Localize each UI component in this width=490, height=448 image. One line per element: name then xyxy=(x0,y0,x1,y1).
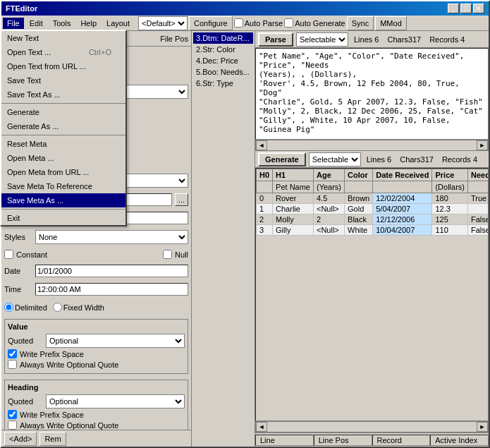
menu-item-save-text-as[interactable]: Save Text As ... xyxy=(1,87,125,102)
field-item-2[interactable]: 2.Str: Color xyxy=(193,44,253,55)
selectable2-select[interactable]: Selectable xyxy=(309,152,361,167)
cell-needs3: False xyxy=(468,225,489,236)
title-bar-buttons: _ □ ✕ xyxy=(448,4,484,13)
auto-parse-checkbox[interactable]: Auto Parse xyxy=(234,18,283,28)
grid-header-h1: H1 xyxy=(273,169,314,181)
delimited-group: Delimited Fixed Width xyxy=(4,303,188,312)
grid-header-row-1: Pet Name (Years) (Dollars) xyxy=(257,181,489,193)
grid-scroll-left[interactable]: ◄ xyxy=(256,422,267,432)
menu-edit[interactable]: Edit xyxy=(25,18,47,29)
menu-help[interactable]: Help xyxy=(76,18,101,29)
menu-layout[interactable]: Layout xyxy=(102,18,134,29)
fixed-width-radio[interactable]: Fixed Width xyxy=(53,303,104,312)
cell-color3: White xyxy=(345,225,373,236)
menu-item-reset-meta[interactable]: Reset Meta xyxy=(1,137,125,151)
selectable-select[interactable]: Selectable xyxy=(296,32,348,47)
menu-item-open-text[interactable]: Open Text ... Ctrl+O xyxy=(1,45,125,59)
time-input[interactable] xyxy=(35,283,188,296)
heading-write-prefix-checkbox[interactable] xyxy=(8,410,17,419)
hdgs-button[interactable]: ... xyxy=(175,193,188,206)
cell-row1: 1 xyxy=(257,204,273,214)
grid-subheader-needs xyxy=(468,181,489,193)
chars-stat: Chars317 xyxy=(384,35,424,44)
cell-name1: Charlie xyxy=(273,204,314,214)
grid-subheader-age: (Years) xyxy=(313,181,344,193)
text-display[interactable]: "Pet Name", "Age", "Color", "Date Receiv… xyxy=(255,48,489,140)
date-label: Date xyxy=(4,267,32,275)
profile-select[interactable]: <Default> xyxy=(138,16,188,30)
date-row: Date xyxy=(4,265,188,277)
data-grid[interactable]: H0 H1 Age Color Date Received Price Need… xyxy=(255,168,489,421)
field-pos-label: File Pos xyxy=(160,35,188,43)
grid-subheader-price: (Dollars) xyxy=(432,181,468,193)
menu-item-generate[interactable]: Generate xyxy=(1,105,125,119)
lines2-stat: Lines 6 xyxy=(364,155,394,164)
field-item-6[interactable]: 6.Str: Type xyxy=(193,78,253,89)
parse-button[interactable]: Parse xyxy=(258,32,293,47)
generate-button[interactable]: Generate xyxy=(258,152,306,167)
cell-name3: Gilly xyxy=(273,225,314,236)
cell-row0: 0 xyxy=(257,193,273,204)
status-bar: Line Line Pos Record Active Index xyxy=(255,432,489,447)
grid-subheader-name: Pet Name xyxy=(273,181,314,193)
scroll-right[interactable]: ► xyxy=(477,140,488,150)
status-line-pos: Line Pos xyxy=(314,435,372,446)
menu-tools[interactable]: Tools xyxy=(49,18,75,29)
write-prefix-space-value: Write Prefix Space xyxy=(8,349,185,358)
heading-quoted-label: Quoted xyxy=(8,397,43,406)
always-write-optional-quote-checkbox[interactable] xyxy=(8,360,17,369)
rem-button[interactable]: Rem xyxy=(39,432,66,446)
value-quoted-select[interactable]: Optional xyxy=(46,334,185,348)
field-item-4[interactable]: 4.Dec: Price xyxy=(193,55,253,66)
field-item-3[interactable]: 3.Dtm: DateR... xyxy=(193,32,253,44)
menu-file[interactable]: File xyxy=(3,18,24,29)
close-button[interactable]: ✕ xyxy=(473,4,484,13)
heading-always-write-checkbox[interactable] xyxy=(8,420,17,430)
add-button[interactable]: <Add> xyxy=(4,432,37,446)
menu-item-generate-as[interactable]: Generate As ... xyxy=(1,119,125,133)
grid-h-scrollbar[interactable]: ◄ ► xyxy=(255,421,489,432)
auto-generate-checkbox[interactable]: Auto Generate xyxy=(284,18,345,28)
time-row: Time xyxy=(4,283,188,296)
delimited-radio[interactable]: Delimited xyxy=(4,303,47,312)
table-row: 0 Rover 4.5 Brown 12/02/2004 180 True xyxy=(257,193,489,204)
constant-checkbox[interactable] xyxy=(4,250,13,259)
null-checkbox[interactable] xyxy=(163,250,172,259)
menu-item-open-text-url[interactable]: Open Text from URL ... xyxy=(1,59,125,73)
write-prefix-space-checkbox[interactable] xyxy=(8,349,17,358)
sep-1 xyxy=(1,103,125,104)
menu-item-save-text[interactable]: Save Text xyxy=(1,73,125,87)
menu-item-save-meta-ref[interactable]: Save Meta To Reference xyxy=(1,179,125,193)
bottom-bar: <Add> Rem xyxy=(1,430,191,447)
mmod-button[interactable]: MMod xyxy=(375,16,407,30)
grid-scroll-right[interactable]: ► xyxy=(477,422,488,432)
cell-age1: <Null> xyxy=(313,204,344,214)
scroll-left[interactable]: ◄ xyxy=(256,140,267,150)
heading-quoted-select[interactable]: Optional xyxy=(46,394,185,408)
generate-bar: Generate Selectable Lines 6 Chars317 Rec… xyxy=(255,151,489,168)
grid-header-age: Age xyxy=(313,169,344,181)
h-scrollbar[interactable]: ◄ ► xyxy=(255,140,489,151)
file-dropdown-menu: New Text Open Text ... Ctrl+O Open Text … xyxy=(0,30,127,226)
styles-select[interactable]: None xyxy=(35,230,188,244)
menu-item-exit[interactable]: Exit xyxy=(1,211,125,225)
date-input[interactable] xyxy=(35,265,188,277)
minimize-button[interactable]: _ xyxy=(448,4,459,13)
menu-item-open-meta-url[interactable]: Open Meta from URL ... xyxy=(1,165,125,179)
maximize-button[interactable]: □ xyxy=(460,4,472,13)
cell-age3: <Null> xyxy=(313,225,344,236)
heading-group: Heading Quoted Optional Write Prefix Spa… xyxy=(4,380,188,430)
field-item-5[interactable]: 5.Boo: Needs... xyxy=(193,66,253,78)
table-row: 3 Gilly <Null> White 10/04/2007 110 Fals… xyxy=(257,225,489,236)
menu-item-save-meta-as[interactable]: Save Meta As ... xyxy=(1,193,125,207)
configure-button[interactable]: Configure xyxy=(189,16,233,30)
grid-header-h0: H0 xyxy=(257,169,273,181)
menu-item-new-text[interactable]: New Text xyxy=(1,31,125,45)
menu-item-open-meta[interactable]: Open Meta ... xyxy=(1,151,125,165)
lines-stat: Lines 6 xyxy=(351,35,381,44)
always-write-optional-quote-label: Always Write Optional Quote xyxy=(20,361,118,369)
cell-price0: 180 xyxy=(432,193,468,204)
window-title: FTEditor xyxy=(6,4,37,13)
value-quoted-row: Quoted Optional xyxy=(8,334,185,348)
sync-button[interactable]: Sync xyxy=(347,16,374,30)
